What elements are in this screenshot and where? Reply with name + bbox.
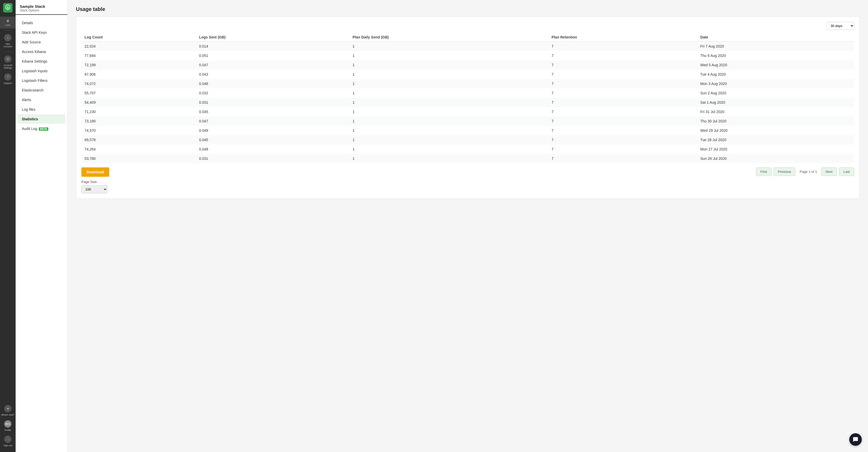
sidebar-whats-new-item[interactable]: ★ What's new? (0, 403, 16, 418)
sidebar-item-statistics[interactable]: Statistics (18, 115, 65, 124)
gear-icon: ⚙ (4, 55, 11, 63)
table-cell-1: 0.047 (196, 117, 349, 126)
table-footer: Download Page Size 1002550200 First Prev… (82, 167, 854, 193)
table-cell-0: 22,024 (82, 41, 196, 51)
page-size-label: Page Size (82, 180, 109, 184)
table-cell-2: 1 (349, 70, 549, 79)
table-cell-2: 1 (349, 41, 549, 51)
sidebar-account-settings-item[interactable]: ⚙ Account Settings (0, 53, 16, 71)
usage-table: Log CountLogs Sent (GB)Plan Daily Send (… (82, 33, 854, 163)
table-cell-4: Mon 27 Jul 2020 (697, 144, 854, 154)
whats-new-icon: ★ (4, 405, 11, 412)
sidebar-profile-item[interactable]: WG Profile (0, 418, 16, 433)
table-cell-0: 74,072 (82, 79, 196, 88)
last-page-button[interactable]: Last (839, 167, 854, 176)
table-cell-4: Sun 2 Aug 2020 (697, 88, 854, 98)
table-cell-1: 0.045 (196, 135, 349, 144)
download-button[interactable]: Download (82, 167, 109, 177)
table-header-log-count: Log Count (82, 33, 196, 41)
sidebar-header: Sample Stack Stack Options (16, 0, 67, 15)
sidebar-bottom: ★ What's new? WG Profile → Sign out (0, 403, 16, 449)
next-page-button[interactable]: Next (821, 167, 837, 176)
table-header-logs-sent--gb-: Logs Sent (GB) (196, 33, 349, 41)
sidebar-item-access-kibana[interactable]: Access Kibana (18, 47, 65, 56)
table-cell-1: 0.048 (196, 144, 349, 154)
sidebar-light: Sample Stack Stack Options DetailsStack … (16, 0, 68, 452)
table-row: 71,2300.04517Fri 31 Jul 2020 (82, 107, 854, 117)
pagination: First Previous Page 1 of 1 Next Last (756, 167, 854, 176)
table-cell-0: 54,409 (82, 98, 196, 107)
page-info: Page 1 of 1 (798, 170, 819, 174)
table-row: 55,7070.03217Sun 2 Aug 2020 (82, 88, 854, 98)
table-cell-4: Thu 6 Aug 2020 (697, 51, 854, 60)
sidebar-item-add-source[interactable]: Add Source (18, 37, 65, 47)
table-cell-3: 7 (549, 126, 697, 135)
table-cell-4: Fri 31 Jul 2020 (697, 107, 854, 117)
table-row: 22,0240.01417Fri 7 Aug 2020 (82, 41, 854, 51)
table-cell-2: 1 (349, 154, 549, 163)
sidebar-item-audit-log[interactable]: Audit LogBETA (18, 124, 65, 133)
account-settings-label: Account Settings (1, 64, 14, 69)
table-cell-1: 0.031 (196, 98, 349, 107)
table-row: 74,0720.04817Mon 3 Aug 2020 (82, 79, 854, 88)
sidebar-log-item[interactable]: ≡ LOG (0, 17, 16, 29)
sidebar-new-account-item[interactable]: + New Account (0, 32, 16, 50)
profile-avatar-icon: WG (4, 420, 11, 427)
table-cell-2: 1 (349, 117, 549, 126)
table-cell-2: 1 (349, 88, 549, 98)
sidebar-divider2 (4, 52, 12, 52)
main-content: Usage table 30 days7 days14 days60 days9… (68, 0, 868, 452)
days-select[interactable]: 30 days7 days14 days60 days90 days (827, 22, 854, 30)
table-cell-2: 1 (349, 79, 549, 88)
table-cell-1: 0.045 (196, 107, 349, 117)
usage-card: 30 days7 days14 days60 days90 days Log C… (76, 17, 860, 199)
table-cell-1: 0.049 (196, 126, 349, 135)
support-icon: ? (4, 73, 11, 80)
table-cell-2: 1 (349, 135, 549, 144)
sidebar-item-details[interactable]: Details (18, 18, 65, 28)
previous-page-button[interactable]: Previous (774, 167, 796, 176)
sidebar-item-logstash-filters[interactable]: Logstash Filters (18, 76, 65, 85)
first-page-button[interactable]: First (756, 167, 771, 176)
chat-bubble-button[interactable] (849, 433, 862, 446)
sidebar-sign-out-item[interactable]: → Sign out (0, 433, 16, 449)
sidebar-item-alerts[interactable]: Alerts (18, 95, 65, 104)
table-cell-0: 74,570 (82, 126, 196, 135)
beta-badge: BETA (39, 127, 48, 131)
table-cell-4: Sun 26 Jul 2020 (697, 154, 854, 163)
sidebar-item-kibana-settings[interactable]: Kibana Settings (18, 57, 65, 66)
table-row: 73,1900.04717Thu 30 Jul 2020 (82, 117, 854, 126)
card-toolbar: 30 days7 days14 days60 days90 days (82, 22, 854, 30)
table-row: 67,9060.04317Tue 4 Aug 2020 (82, 70, 854, 79)
table-cell-2: 1 (349, 51, 549, 60)
table-cell-3: 7 (549, 117, 697, 126)
table-cell-3: 7 (549, 107, 697, 117)
table-body: 22,0240.01417Fri 7 Aug 202077,6840.05117… (82, 41, 854, 163)
table-cell-4: Tue 4 Aug 2020 (697, 70, 854, 79)
table-cell-2: 1 (349, 60, 549, 70)
page-title: Usage table (76, 6, 860, 12)
sidebar-support-item[interactable]: ? Support (0, 71, 16, 87)
table-cell-1: 0.032 (196, 88, 349, 98)
table-cell-0: 53,780 (82, 154, 196, 163)
sidebar-item-elasticsearch[interactable]: Elasticsearch (18, 86, 65, 95)
table-header: Log CountLogs Sent (GB)Plan Daily Send (… (82, 33, 854, 41)
app-logo[interactable] (3, 3, 12, 12)
sidebar-item-log-files[interactable]: Log files (18, 105, 65, 114)
table-cell-4: Wed 5 Aug 2020 (697, 60, 854, 70)
table-row: 74,2640.04817Mon 27 Jul 2020 (82, 144, 854, 154)
table-cell-0: 77,684 (82, 51, 196, 60)
new-account-icon: + (4, 34, 11, 41)
log-label: LOG (5, 24, 10, 27)
sidebar-item-stack-api-keys[interactable]: Stack API Keys (18, 28, 65, 37)
sidebar-item-logstash-inputs[interactable]: Logstash Inputs (18, 66, 65, 76)
stack-name: Sample Stack (20, 4, 63, 8)
table-cell-3: 7 (549, 41, 697, 51)
table-cell-1: 0.047 (196, 60, 349, 70)
table-cell-4: Tue 28 Jul 2020 (697, 135, 854, 144)
support-label: Support (4, 82, 12, 85)
table-header-date: Date (697, 33, 854, 41)
page-size-select[interactable]: 1002550200 (82, 185, 107, 193)
table-cell-4: Wed 29 Jul 2020 (697, 126, 854, 135)
table-row: 77,6840.05117Thu 6 Aug 2020 (82, 51, 854, 60)
